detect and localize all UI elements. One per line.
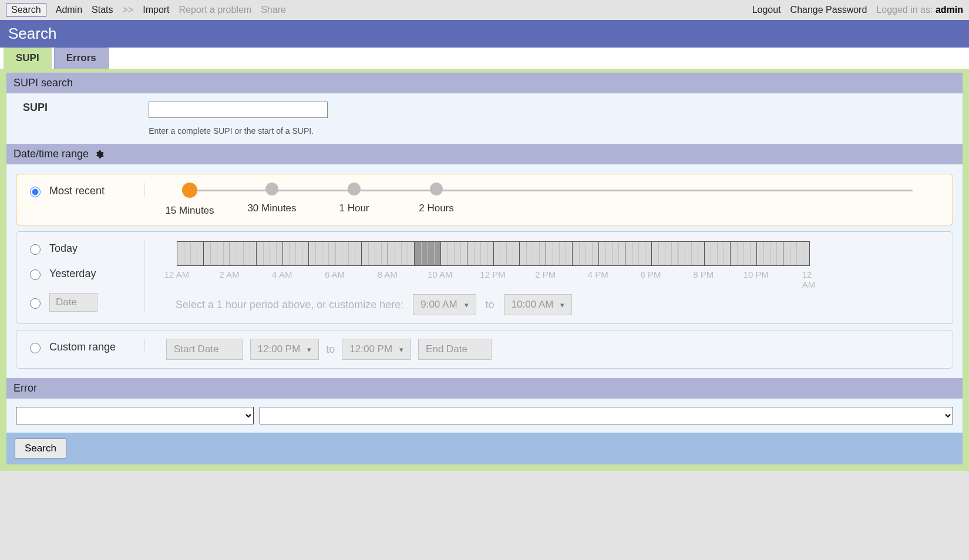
nav-report-problem: Report a problem <box>179 5 252 15</box>
chevron-down-icon: ▾ <box>465 301 469 309</box>
nav-import[interactable]: Import <box>143 5 169 15</box>
hour-cell[interactable] <box>204 242 230 265</box>
hour-cell[interactable] <box>494 242 520 265</box>
chevron-down-icon: ▾ <box>560 301 564 309</box>
option-custom-range: Custom range Start Date 12:00 PM▾ to 12:… <box>16 330 953 369</box>
slider-stop-30m[interactable]: 30 Minutes <box>243 183 301 217</box>
hour-cell[interactable] <box>257 242 283 265</box>
hour-cell[interactable] <box>415 242 441 265</box>
error-section-body <box>6 399 963 433</box>
hour-label: 12 AM <box>164 269 190 279</box>
hour-cell[interactable] <box>230 242 257 265</box>
hour-label: 2 PM <box>535 269 556 279</box>
option-most-recent: Most recent 15 Minutes 30 Minutes <box>16 174 953 225</box>
supi-input[interactable] <box>149 102 328 118</box>
hour-cell[interactable] <box>441 242 467 265</box>
nav-stats[interactable]: Stats <box>92 5 113 15</box>
hour-label: 4 PM <box>588 269 608 279</box>
top-nav: Search Admin Stats >> Import Report a pr… <box>0 0 969 20</box>
hour-cell[interactable] <box>467 242 494 265</box>
nav-search[interactable]: Search <box>6 3 46 17</box>
radio-today[interactable]: Today <box>27 242 144 255</box>
search-footer: Search <box>6 433 963 464</box>
hour-cell[interactable] <box>652 242 678 265</box>
error-section-header: Error <box>6 378 963 399</box>
hour-cell[interactable] <box>546 242 573 265</box>
hour-cell[interactable] <box>177 242 204 265</box>
hour-cell[interactable] <box>520 242 546 265</box>
search-button[interactable]: Search <box>15 438 66 458</box>
supi-section-body: SUPI Enter a complete SUPI or the start … <box>6 93 963 144</box>
hour-cell[interactable] <box>388 242 415 265</box>
to-label: to <box>486 299 494 311</box>
radio-yesterday[interactable]: Yesterday <box>27 268 144 280</box>
gear-icon[interactable] <box>95 150 104 159</box>
hour-label: 10 PM <box>743 269 769 279</box>
nav-share: Share <box>261 5 286 15</box>
hour-timeline[interactable]: 12 AM2 AM4 AM6 AM8 AM10 AM12 PM2 PM4 PM6… <box>160 240 942 281</box>
hour-cell[interactable] <box>757 242 783 265</box>
custom-start-date[interactable]: Start Date <box>166 339 243 360</box>
custom-t2-select[interactable]: 12:00 PM▾ <box>342 339 411 360</box>
error-select-1[interactable] <box>16 407 254 424</box>
custom-t1-select[interactable]: 12:00 PM▾ <box>250 339 319 360</box>
recent-slider[interactable]: 15 Minutes 30 Minutes 1 Hour 2 Hour <box>160 183 942 217</box>
slider-stop-15m[interactable]: 15 Minutes <box>160 183 219 217</box>
nav-admin[interactable]: Admin <box>56 5 82 15</box>
error-select-2[interactable] <box>260 407 953 424</box>
tabs: SUPI Errors <box>0 48 969 69</box>
page-body: SUPI search SUPI Enter a complete SUPI o… <box>0 69 969 471</box>
hour-cell[interactable] <box>678 242 705 265</box>
hour-cell[interactable] <box>335 242 362 265</box>
hour-cell[interactable] <box>705 242 731 265</box>
hour-label: 6 AM <box>325 269 345 279</box>
nav-logout[interactable]: Logout <box>752 5 781 15</box>
hour-label: 8 AM <box>378 269 398 279</box>
custom-to-label: to <box>326 343 335 356</box>
hour-label: 6 PM <box>640 269 661 279</box>
top-nav-right: Logout Change Password Logged in as: adm… <box>752 5 963 15</box>
option-day: Today Yesterday Date 12 AM2 AM4 AM6 AM8 … <box>16 231 953 324</box>
hour-cell[interactable] <box>599 242 625 265</box>
datetime-section-header: Date/time range <box>6 144 963 164</box>
chevron-down-icon: ▾ <box>399 345 403 354</box>
hour-label: 12 PM <box>480 269 505 279</box>
date-input[interactable]: Date <box>49 293 97 312</box>
hour-cell[interactable] <box>283 242 309 265</box>
hour-label: 4 AM <box>272 269 292 279</box>
nav-more: >> <box>123 5 134 15</box>
hour-label: 8 PM <box>693 269 714 279</box>
custom-end-date[interactable]: End Date <box>418 339 492 360</box>
hour-cell[interactable] <box>573 242 599 265</box>
hour-label: 12 AM <box>802 269 816 289</box>
tab-supi[interactable]: SUPI <box>4 48 52 69</box>
supi-hint: Enter a complete SUPI or the start of a … <box>149 123 328 136</box>
supi-field-label: SUPI <box>23 102 146 114</box>
hour-label: 2 AM <box>220 269 240 279</box>
hour-cell[interactable] <box>362 242 388 265</box>
hour-cell[interactable] <box>731 242 757 265</box>
supi-section-header: SUPI search <box>6 73 963 93</box>
slider-stop-1h[interactable]: 1 Hour <box>325 183 383 217</box>
hour-cell[interactable] <box>783 242 809 265</box>
hour-cell[interactable] <box>309 242 335 265</box>
datetime-options: Most recent 15 Minutes 30 Minutes <box>6 164 963 378</box>
top-nav-left: Search Admin Stats >> Import Report a pr… <box>6 3 286 17</box>
radio-custom-range[interactable]: Custom range <box>27 341 144 353</box>
slider-stop-2h[interactable]: 2 Hours <box>407 183 466 217</box>
hour-label: 10 AM <box>428 269 453 279</box>
tab-errors[interactable]: Errors <box>54 48 109 69</box>
logged-in-as: Logged in as: admin <box>876 5 963 15</box>
radio-most-recent[interactable]: Most recent <box>27 185 144 197</box>
hour-select-hint: Select a 1 hour period above, or customi… <box>176 299 403 311</box>
nav-change-password[interactable]: Change Password <box>790 5 867 15</box>
chevron-down-icon: ▾ <box>307 345 311 354</box>
radio-date[interactable]: Date <box>27 293 144 312</box>
hour-cell[interactable] <box>625 242 652 265</box>
page-title: Search <box>0 20 969 48</box>
from-time-select[interactable]: 9:00 AM▾ <box>413 294 476 315</box>
to-time-select[interactable]: 10:00 AM▾ <box>504 294 573 315</box>
